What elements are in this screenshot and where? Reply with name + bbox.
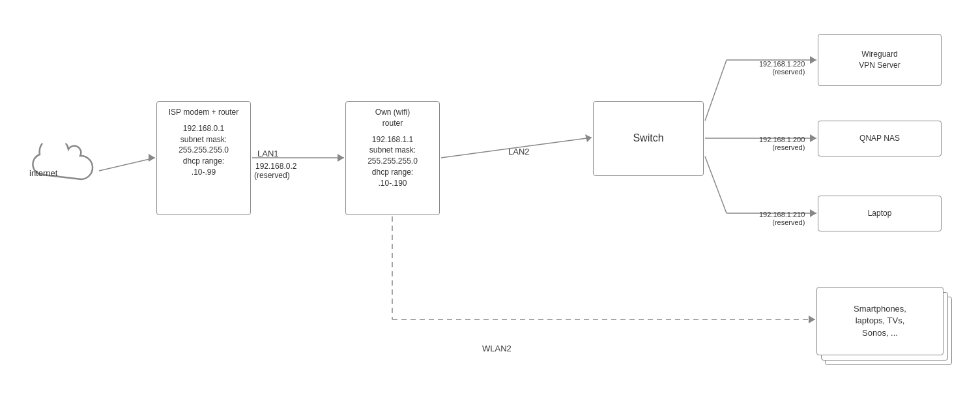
- isp-wan-reserved-label: (reserved): [254, 171, 290, 180]
- svg-line-0: [99, 158, 155, 171]
- nas-label: QNAP NAS: [859, 133, 900, 144]
- router-dhcp: .10-.190: [350, 178, 435, 189]
- svg-line-6: [705, 60, 727, 121]
- isp-ip: 192.168.0.1: [161, 123, 246, 134]
- nas-ip-label: 192.168.1.200 (reserved): [759, 136, 805, 151]
- svg-marker-3: [338, 154, 344, 162]
- internet-label: internet: [29, 168, 57, 178]
- wlan2-label: WLAN2: [482, 344, 512, 353]
- isp-dhcp-label: dhcp range:: [161, 156, 246, 167]
- own-router-box: Own (wifi)router 192.168.1.1 subnet mask…: [345, 101, 440, 215]
- vpn-label: WireguardVPN Server: [859, 49, 900, 71]
- svg-marker-5: [585, 134, 592, 142]
- router-dhcp-label: dhcp range:: [350, 167, 435, 178]
- wlan-devices-box: Smartphones,laptops, TVs,Sonos, ...: [816, 287, 944, 355]
- laptop-label: Laptop: [868, 208, 892, 219]
- isp-modem-box: ISP modem + router 192.168.0.1 subnet ma…: [156, 101, 251, 215]
- svg-marker-13: [810, 209, 816, 217]
- vpn-ip-label: 192.168.1.220 (reserved): [759, 60, 805, 76]
- isp-wan-ip-label: 192.168.0.2: [255, 162, 296, 171]
- svg-marker-8: [810, 56, 816, 64]
- svg-marker-1: [149, 154, 155, 162]
- isp-subnet: 255.255.255.0: [161, 145, 246, 156]
- wlan-label: Smartphones,laptops, TVs,Sonos, ...: [854, 303, 906, 339]
- isp-subnet-label: subnet mask:: [161, 134, 246, 145]
- qnap-nas-box: QNAP NAS: [818, 121, 942, 156]
- network-diagram: internet ISP modem + router 192.168.0.1 …: [0, 0, 980, 399]
- router-subnet: 255.255.255.0: [350, 156, 435, 167]
- svg-line-11: [705, 156, 727, 213]
- router-ip: 192.168.1.1: [350, 134, 435, 145]
- isp-title: ISP modem + router: [161, 107, 246, 118]
- isp-dhcp: .10-.99: [161, 167, 246, 178]
- switch-label: Switch: [633, 131, 663, 145]
- svg-marker-10: [810, 134, 816, 142]
- router-title: Own (wifi)router: [350, 107, 435, 129]
- lan1-label: LAN1: [257, 149, 279, 158]
- vpn-server-box: WireguardVPN Server: [818, 34, 942, 86]
- laptop-box: Laptop: [818, 196, 942, 231]
- switch-box: Switch: [593, 101, 704, 176]
- lan2-label: LAN2: [508, 147, 530, 156]
- router-subnet-label: subnet mask:: [350, 145, 435, 156]
- laptop-ip-label: 192.168.1.210 (reserved): [759, 211, 805, 226]
- svg-marker-16: [809, 316, 815, 323]
